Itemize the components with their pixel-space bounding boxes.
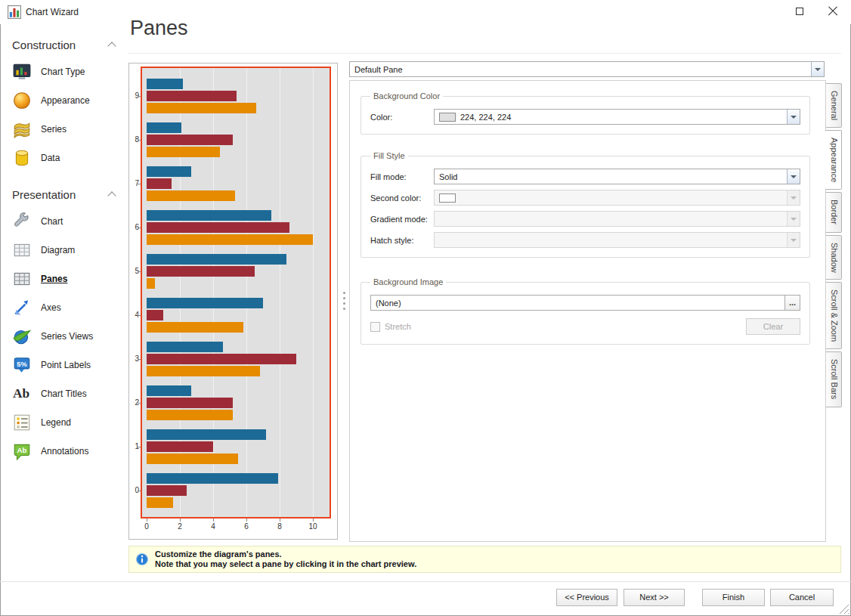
- bar-series-1-cat-2: [147, 385, 191, 396]
- bar-series-3-cat-4: [147, 322, 243, 333]
- bar-series-3-cat-6: [147, 234, 313, 245]
- maximize-icon: [796, 8, 803, 15]
- sidebar-item-label: Annotations: [41, 446, 88, 457]
- bar-series-1-cat-3: [147, 342, 223, 352]
- tab-general[interactable]: General: [826, 83, 842, 128]
- titlebar: Chart Wizard: [0, 0, 851, 24]
- sidebar-group-header-presentation[interactable]: Presentation: [0, 181, 127, 207]
- sidebar-item-label: Appearance: [41, 95, 90, 106]
- bar-series-2-cat-1: [147, 441, 213, 452]
- sidebar-group-header-construction[interactable]: Construction: [0, 32, 127, 57]
- bar-series-3-cat-5: [147, 278, 155, 289]
- splitter-handle[interactable]: [342, 289, 346, 313]
- sidebar-item-legend[interactable]: Legend: [0, 408, 127, 437]
- color-label: Color:: [370, 113, 434, 122]
- x-tick: [147, 518, 147, 522]
- sidebar-group-label: Construction: [12, 39, 76, 51]
- sidebar-item-appearance[interactable]: Appearance: [0, 86, 127, 115]
- page-title: Panes: [130, 17, 188, 40]
- x-tick: [313, 518, 314, 522]
- tab-scroll-zoom[interactable]: Scroll & Zoom: [826, 282, 842, 349]
- sidebar-group-construction: ConstructionChart TypeAppearanceSeriesDa…: [0, 29, 127, 172]
- fill-mode-combo[interactable]: Solid: [434, 169, 800, 184]
- info-bar: Customize the diagram's panes. Note that…: [128, 546, 841, 573]
- x-tick: [180, 518, 181, 522]
- cancel-button[interactable]: Cancel: [770, 589, 834, 606]
- pane-tabs: GeneralAppearanceBorderShadowScroll & Zo…: [826, 83, 842, 407]
- y-tick: [138, 228, 141, 228]
- sidebar-item-diagram[interactable]: Diagram: [0, 236, 127, 265]
- title-divider: [128, 53, 841, 54]
- sidebar-item-label: Data: [41, 153, 60, 163]
- y-tick: [138, 491, 141, 491]
- previous-button[interactable]: << Previous: [556, 589, 617, 606]
- sidebar-item-label: Panes: [41, 274, 67, 284]
- tab-scroll-bars[interactable]: Scroll Bars: [826, 351, 842, 407]
- window-title: Chart Wizard: [26, 0, 79, 24]
- finish-button[interactable]: Finish: [702, 589, 765, 606]
- bar-series-2-cat-3: [147, 354, 296, 364]
- bar-series-1-cat-4: [147, 298, 263, 308]
- sidebar-item-chart-type[interactable]: Chart Type: [0, 57, 127, 86]
- dropdown-arrow-icon[interactable]: [787, 110, 800, 124]
- dropdown-arrow-icon[interactable]: [811, 62, 824, 76]
- x-axis-label: 2: [172, 522, 187, 531]
- sidebar-item-panes[interactable]: Panes: [0, 265, 127, 293]
- sidebar-group-label: Presentation: [12, 188, 76, 201]
- fill-style-title: Fill Style: [370, 151, 408, 160]
- bar-series-3-cat-7: [147, 190, 235, 201]
- tab-appearance[interactable]: Appearance: [825, 130, 842, 190]
- sidebar-group-presentation: PresentationChartDiagramPanesAxesSeries …: [0, 178, 127, 466]
- sidebar-item-label: Series: [41, 124, 67, 135]
- gradient-mode-row: Gradient mode:: [370, 211, 800, 227]
- sidebar-item-data[interactable]: Data: [0, 144, 127, 172]
- resize-grip[interactable]: [838, 603, 849, 614]
- browse-button[interactable]: ...: [784, 296, 800, 310]
- info-text: Customize the diagram's panes. Note that…: [155, 549, 416, 569]
- sidebar-item-axes[interactable]: Axes: [0, 293, 127, 322]
- fill-mode-label: Fill mode:: [370, 172, 434, 181]
- tab-shadow[interactable]: Shadow: [826, 235, 842, 280]
- bar-series-2-cat-6: [147, 222, 289, 233]
- stretch-checkbox: [370, 322, 380, 332]
- sidebar-item-label: Axes: [41, 302, 61, 313]
- x-axis-label: 10: [305, 522, 320, 531]
- sidebar-item-series-views[interactable]: Series Views: [0, 322, 127, 351]
- sidebar-item-point-labels[interactable]: 5%Point Labels: [0, 351, 127, 379]
- sidebar-item-label: Chart Type: [41, 67, 85, 77]
- pane-selector[interactable]: Default Pane: [349, 61, 825, 77]
- dropdown-arrow-icon[interactable]: [787, 169, 800, 184]
- diagram-icon: [12, 240, 32, 260]
- tab-border[interactable]: Border: [826, 192, 842, 232]
- svg-text:Ab: Ab: [13, 386, 29, 401]
- chevron-up-icon: [107, 42, 116, 50]
- panes-icon: [12, 269, 32, 289]
- close-button[interactable]: [816, 0, 849, 23]
- sidebar-item-chart[interactable]: Chart: [0, 207, 127, 236]
- background-image-group: Background Image (None) ... Stretch Clea…: [361, 277, 810, 345]
- background-image-value: (None): [376, 299, 784, 308]
- bar-series-1-cat-6: [147, 210, 271, 221]
- annotations-icon: Ab: [12, 441, 32, 461]
- background-image-combo[interactable]: (None) ...: [370, 295, 800, 311]
- maximize-button[interactable]: [783, 0, 816, 23]
- svg-text:5%: 5%: [17, 361, 26, 368]
- bar-series-1-cat-5: [147, 254, 286, 265]
- bar-series-1-cat-7: [147, 166, 191, 177]
- color-combo[interactable]: 224, 224, 224: [434, 109, 800, 125]
- sidebar-item-series[interactable]: Series: [0, 115, 127, 144]
- y-tick: [138, 184, 141, 184]
- x-tick: [280, 518, 280, 522]
- y-tick: [138, 140, 141, 141]
- dropdown-arrow-icon: [787, 190, 800, 205]
- next-button[interactable]: Next >>: [624, 589, 685, 606]
- stretch-row: Stretch Clear: [370, 318, 800, 335]
- bar-series-1-cat-1: [147, 429, 266, 440]
- sidebar-item-label: Chart Titles: [41, 388, 87, 399]
- sidebar-item-chart-titles[interactable]: AbChart Titles: [0, 379, 127, 408]
- app-icon: [8, 5, 21, 19]
- gradient-mode-combo: [434, 211, 800, 227]
- bar-series-2-cat-0: [147, 485, 187, 496]
- sidebar-item-annotations[interactable]: AbAnnotations: [0, 437, 127, 466]
- gridline: [246, 68, 247, 517]
